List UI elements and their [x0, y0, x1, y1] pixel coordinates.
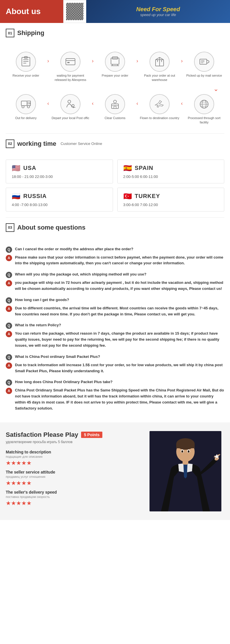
- faq-answer-2: you package will ship out in 72 hours af…: [15, 280, 224, 292]
- russia-flag: 🇷🇺: [12, 192, 20, 200]
- step-label-pack: Pack your order at out warehouse: [139, 73, 180, 82]
- step-label-delivery: Out for delivery: [15, 116, 37, 120]
- satisfaction-right: [150, 431, 224, 511]
- a-badge-6: A: [6, 388, 12, 394]
- rating-item-3: The seller's delivery speed поставка про…: [6, 490, 150, 507]
- faq-item-6: Q How long does China Post Oridinary Pac…: [6, 379, 224, 411]
- rating-label-3: The seller's delivery speed: [6, 490, 150, 494]
- svg-point-28: [68, 100, 71, 103]
- faq-item-2: Q When will you ship the package out, wh…: [6, 271, 224, 292]
- brand-name: Need For Speed: [136, 6, 180, 13]
- step-icon-pickup: [194, 52, 214, 72]
- faq-a4: A You can return the package, without re…: [6, 331, 224, 348]
- faq-question-5: What is China Post ordinary Small Packet…: [15, 354, 100, 360]
- faq-item-5: Q What is China Post ordinary Small Pack…: [6, 354, 224, 374]
- faq-answer-5: Due to track information will increase 1…: [15, 362, 224, 374]
- working-time-section-header: 02 working time Customer Service Online: [0, 134, 230, 160]
- svg-rect-46: [176, 444, 195, 448]
- time-card-russia: 🇷🇺 RUSSIA 4:00 -7:00 8:00-13:00: [6, 188, 113, 212]
- points-badge: 5 Points: [81, 432, 102, 438]
- page-header: About us Need For Speed speed up your ca…: [0, 0, 230, 23]
- svg-rect-36: [114, 106, 116, 108]
- a-badge-3: A: [6, 306, 12, 312]
- satisfaction-title-row: Satisfaction Please Play 5 Points: [6, 431, 150, 439]
- step-label-sort: Processed through sort facility: [184, 116, 224, 125]
- faq-q3: Q How long can I get the goods?: [6, 297, 224, 304]
- about-us-banner: About us: [0, 0, 63, 23]
- q-badge-4: Q: [6, 323, 12, 329]
- step-prepare-order: Prepare your order: [95, 52, 135, 78]
- step-label-receive: Receive your order: [13, 73, 39, 78]
- arrow-4: ›: [181, 58, 183, 64]
- rating-stars-1: ★★★★★: [6, 459, 150, 466]
- faq-question-3: How long can I get the goods?: [15, 297, 69, 303]
- step-pickup: Picked up by mail service: [184, 52, 224, 78]
- faq-item-3: Q How long can I get the goods? A Due to…: [6, 297, 224, 317]
- faq-content: Q Can I cancel the order or modify the a…: [0, 243, 230, 422]
- rating-item-1: Matching to description подщащие для опи…: [6, 450, 150, 466]
- step-icon-flown: [150, 94, 170, 114]
- spain-name: SPAIN: [135, 165, 154, 171]
- qr-code: [66, 3, 83, 20]
- usa-flag: 🇺🇸: [12, 164, 20, 172]
- q-badge-3: Q: [6, 297, 12, 304]
- rating-sublabel-3: поставка продавцом скорость: [6, 495, 150, 498]
- step-icon-sort: [194, 94, 214, 114]
- step-icon-receive: [16, 52, 36, 72]
- arrow-5: ‹: [47, 100, 49, 106]
- a-badge-5: A: [6, 362, 12, 369]
- step-out-delivery: Out for delivery: [6, 94, 46, 120]
- rating-label-2: The seller service attitude: [6, 470, 150, 474]
- a-badge-4: A: [6, 331, 12, 337]
- russia-header: 🇷🇺 RUSSIA: [12, 192, 107, 200]
- svg-point-33: [114, 100, 116, 103]
- step-label-customs: Clear Customs: [105, 116, 126, 120]
- spain-times: 2:00-5:00 6:00-11:00: [123, 174, 218, 179]
- spain-flag: 🇪🇸: [123, 164, 132, 172]
- rating-sublabel-2: продавец услуг отношения: [6, 475, 150, 478]
- shipping-title-row: 01 Shipping: [6, 29, 224, 37]
- step-label-pickup: Picked up by mail service: [186, 73, 222, 78]
- rating-sublabel-1: подщащие для описания: [6, 455, 150, 458]
- turkey-times: 3:00-6:00 7:00-12:00: [123, 203, 218, 207]
- step-icon-customs: [105, 94, 125, 114]
- rating-item-2: The seller service attitude продавец усл…: [6, 470, 150, 486]
- step-waiting-payment: waiting for payment released by Aliexpre…: [50, 52, 91, 82]
- time-card-usa: 🇺🇸 USA 18:00 - 21:00 22:00-3:00: [6, 160, 113, 183]
- faq-question-6: How long does China Post Oridinary Packe…: [15, 379, 113, 385]
- shipping-title: Shipping: [17, 29, 44, 37]
- person-image: [150, 431, 221, 511]
- step-label-prepare: Prepare your order: [102, 73, 128, 78]
- satisfaction-title: Satisfaction Please Play: [6, 431, 78, 439]
- russia-name: RUSSIA: [23, 193, 47, 199]
- person-svg: [150, 431, 221, 511]
- faq-item-4: Q What is the return Policy? A You can r…: [6, 322, 224, 348]
- section-number-02: 02: [6, 139, 14, 148]
- about-us-title: About us: [6, 7, 41, 16]
- step-label-flown: Flown to destination country: [140, 116, 179, 120]
- faq-answer-4: You can return the package, without reas…: [15, 331, 224, 348]
- step-icon-delivery: [16, 94, 36, 114]
- svg-point-29: [72, 104, 74, 107]
- usa-name: USA: [23, 165, 36, 171]
- shipping-steps-container: Receive your order › waiting for payment…: [0, 49, 230, 133]
- russia-times: 4:00 -7:00 8:00-13:00: [12, 203, 107, 207]
- arrow-2: ›: [92, 58, 94, 64]
- svg-line-20: [207, 62, 209, 63]
- svg-rect-5: [66, 59, 75, 65]
- step-icon-payment: [60, 52, 80, 72]
- arrow-6: ‹: [92, 100, 94, 106]
- steps-row-2: Out for delivery ‹ Depart your local Pos…: [6, 94, 224, 125]
- svg-line-19: [207, 60, 209, 61]
- arrow-down: ⌄: [6, 85, 224, 93]
- faq-question-2: When will you ship the package out, whic…: [15, 271, 146, 278]
- satisfaction-section: Satisfaction Please Play 5 Points удовле…: [0, 422, 230, 520]
- step-customs: Clear Customs: [95, 94, 135, 120]
- arrow-1: ›: [47, 58, 49, 64]
- step-icon-pack: [150, 52, 170, 72]
- satisfaction-left: Satisfaction Please Play 5 Points удовле…: [6, 431, 150, 510]
- faq-title: About some questions: [17, 224, 85, 231]
- step-flown: Flown to destination country: [139, 94, 180, 120]
- faq-q4: Q What is the return Policy?: [6, 322, 224, 329]
- step-receive-order: Receive your order: [6, 52, 46, 78]
